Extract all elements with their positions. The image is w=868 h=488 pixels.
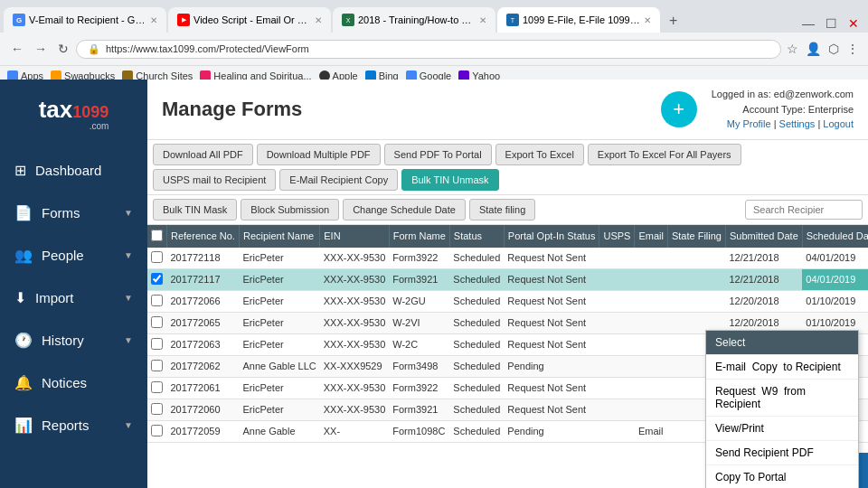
sidebar-item-history[interactable]: 🕐 History ▼ (0, 319, 147, 361)
user-links: My Profile | Settings | Logout (712, 117, 854, 132)
sidebar-item-forms[interactable]: 📄 Forms ▼ (0, 192, 147, 234)
tab-title: 2018 - Training/How-to Video ... (358, 14, 476, 25)
tab-favicon: T (506, 14, 519, 26)
export-to-excel-all-payers-button[interactable]: Export To Excel For All Payers (588, 144, 741, 165)
row-select-checkbox[interactable] (151, 381, 163, 393)
sidebar-label-dashboard: Dashboard (35, 163, 133, 178)
row-form: Form3921 (389, 268, 449, 290)
row-email (635, 377, 668, 399)
minimize-button[interactable]: — (800, 14, 816, 33)
row-select-checkbox[interactable] (151, 403, 163, 415)
dropdown-item-email-copy[interactable]: E-mail Copy to Recipient (706, 355, 858, 380)
settings-link[interactable]: Settings (779, 118, 816, 129)
more-button[interactable]: ⋮ (844, 40, 861, 58)
row-status: Scheduled (449, 377, 504, 399)
row-usps (599, 377, 635, 399)
profile-button[interactable]: 👤 (804, 40, 823, 58)
email-recipient-copy-button[interactable]: E-Mail Recipient Copy (279, 169, 398, 191)
row-select-checkbox[interactable] (151, 338, 163, 350)
dropdown-item-request-w9[interactable]: Request W9 from Recipient (706, 380, 858, 417)
sidebar-item-dashboard[interactable]: ⊞ Dashboard (0, 149, 147, 192)
row-select-checkbox[interactable] (151, 360, 163, 371)
row-name: EricPeter (239, 333, 319, 355)
sidebar-item-people[interactable]: 👥 People ▼ (0, 234, 147, 277)
row-select-checkbox[interactable] (151, 295, 163, 306)
sidebar-item-import[interactable]: ⬇ Import ▼ (0, 277, 147, 319)
bookmark-star-button[interactable]: ☆ (785, 40, 800, 58)
row-status: Scheduled (449, 399, 504, 420)
browser-tab[interactable]: X 2018 - Training/How-to Video ... ✕ (333, 7, 495, 33)
row-usps (599, 399, 635, 420)
usps-mail-button[interactable]: USPS mail to Recipient (153, 169, 276, 191)
row-status: Scheduled (449, 333, 504, 355)
row-portal: Request Not Sent (504, 268, 599, 290)
row-checkbox (147, 312, 167, 333)
col-portal-opt-in: Portal Opt-In Status (504, 225, 599, 248)
download-multiple-pdf-button[interactable]: Download Multiple PDF (257, 144, 381, 165)
address-text: https://www.tax1099.com/Protected/ViewFo… (106, 43, 769, 54)
row-ein: XXX-XX-9530 (320, 290, 389, 312)
row-select-checkbox[interactable] (151, 316, 163, 328)
tab-close-icon[interactable]: ✕ (479, 15, 486, 25)
row-select-checkbox[interactable] (151, 251, 163, 263)
new-tab-button[interactable]: + (662, 9, 684, 33)
change-schedule-date-button[interactable]: Change Schedule Date (343, 199, 466, 221)
main-content: Manage Forms + Logged in as: ed@zenwork.… (147, 80, 868, 488)
back-button[interactable]: ← (7, 40, 27, 58)
row-usps (599, 420, 635, 442)
my-profile-link[interactable]: My Profile (727, 118, 771, 129)
browser-tab-active[interactable]: T 1099 E-File, E-File 1099-MISC, 10... ✕ (497, 7, 660, 33)
row-ref: 201772059 (167, 420, 240, 442)
logo-text-1099: 1099 (72, 103, 108, 121)
forms-arrow-icon: ▼ (124, 208, 133, 218)
block-submission-button[interactable]: Block Submission (241, 199, 339, 221)
tab-close-icon[interactable]: ✕ (150, 15, 157, 25)
row-email (635, 399, 668, 420)
row-name: EricPeter (239, 399, 319, 420)
col-submitted-date: Submitted Date (725, 225, 802, 248)
browser-chrome: G V-Email to Recipient - Google D... ✕ ▶… (0, 0, 868, 80)
row-portal: Request Not Sent (504, 333, 599, 355)
address-bar[interactable]: 🔒 https://www.tax1099.com/Protected/View… (76, 40, 781, 59)
select-all-checkbox[interactable] (151, 230, 163, 241)
row-select-checkbox[interactable] (151, 273, 163, 285)
row-email (635, 248, 668, 269)
export-to-excel-button[interactable]: Export To Excel (495, 144, 584, 165)
tab-close-icon[interactable]: ✕ (644, 15, 651, 25)
sidebar-item-notices[interactable]: 🔔 Notices (0, 361, 147, 404)
row-email: Email (635, 420, 668, 442)
browser-tab[interactable]: G V-Email to Recipient - Google D... ✕ (4, 7, 166, 33)
send-pdf-to-portal-button[interactable]: Send PDF To Portal (384, 144, 492, 165)
row-status: Scheduled (449, 268, 504, 290)
download-all-pdf-button[interactable]: Download All PDF (153, 144, 253, 165)
row-form: Form3922 (389, 377, 449, 399)
forward-button[interactable]: → (31, 40, 51, 58)
row-status: Scheduled (449, 312, 504, 333)
row-ref: 201772062 (167, 355, 240, 377)
close-window-button[interactable]: ✕ (846, 14, 861, 33)
table-header-row: Reference No. Recipient Name EIN Form Na… (147, 225, 868, 248)
state-filing-button[interactable]: State filing (469, 199, 535, 221)
row-select-checkbox[interactable] (151, 425, 163, 436)
bulk-tin-mask-button[interactable]: Bulk TIN Mask (153, 199, 237, 221)
row-submitted: 12/21/2018 (725, 248, 802, 269)
dropdown-item-view-print[interactable]: View/Print (706, 417, 858, 441)
extensions-button[interactable]: ⬡ (826, 40, 841, 58)
bulk-tin-unmask-button[interactable]: Bulk TIN Unmask (401, 169, 498, 191)
add-button[interactable]: + (661, 91, 697, 127)
dropdown-item-copy-to-portal[interactable]: Copy To Portal (706, 465, 858, 489)
row-form: W-2VI (389, 312, 449, 333)
search-recipient-input[interactable] (745, 200, 863, 220)
refresh-button[interactable]: ↻ (54, 40, 72, 58)
tab-close-icon[interactable]: ✕ (315, 15, 322, 25)
dropdown-item-select[interactable]: Select (706, 331, 858, 355)
browser-tab[interactable]: ▶ Video Script - Email Or USPS Ma... ✕ (168, 7, 331, 33)
restore-button[interactable]: ☐ (824, 14, 839, 33)
row-ein: XXX-XX-9530 (320, 268, 389, 290)
dropdown-item-send-recipient-pdf[interactable]: Send Recipient PDF (706, 441, 858, 465)
sidebar-label-forms: Forms (42, 205, 115, 221)
logo-area: tax1099 .com (0, 80, 147, 149)
logout-link[interactable]: Logout (823, 118, 854, 129)
tab-favicon: G (13, 14, 25, 26)
sidebar-item-reports[interactable]: 📊 Reports ▼ (0, 404, 147, 446)
